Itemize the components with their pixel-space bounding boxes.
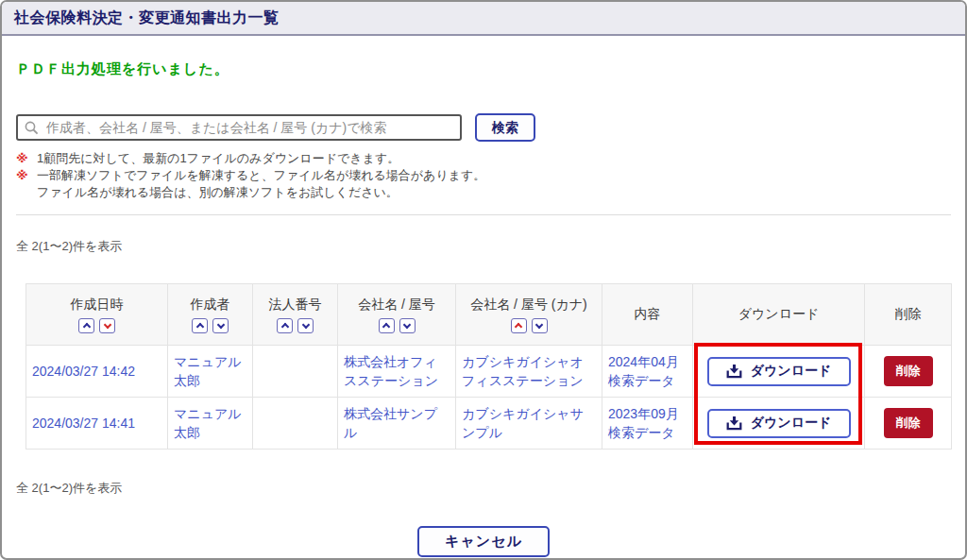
sort-asc-button[interactable] [78,318,94,333]
table-header-row: 作成日時 作成者 法人番号 [26,284,952,346]
window-frame: 社会保険料決定・変更通知書出力一覧 ＰＤＦ出力処理を行いました。 検索 ※ 1顧… [0,0,967,560]
created-at-cell: 2024/03/27 14:42 [26,346,168,398]
footer-actions: キャンセル [16,526,951,557]
note-marker: ※ [16,150,37,167]
column-header-creator: 作成者 [168,284,253,346]
search-button[interactable]: 検索 [475,113,535,142]
chevron-down-icon [103,320,110,328]
chevron-up-icon [382,323,390,331]
table-row: 2024/03/27 14:41 マニュアル太郎 株式会社サンプル カブシキガイ… [26,398,952,450]
chevron-up-icon [280,323,288,331]
column-header-delete: 削除 [865,284,952,346]
company-kana-cell: カブシキガイシャオフィスステーション [456,346,602,398]
company-kana-cell: カブシキガイシャサンプル [456,398,602,450]
column-header-content: 内容 [602,284,693,346]
company-name-cell: 株式会社オフィスステーション [338,346,456,398]
content-cell: 2023年09月検索データ [602,398,693,450]
corporate-number-cell [253,398,338,450]
note-marker [16,184,37,201]
download-cell: ダウンロード [693,346,865,398]
search-box [16,114,462,141]
result-count-top: 全 2(1〜2)件を表示 [16,238,951,253]
sort-desc-button[interactable] [399,318,416,333]
sort-desc-button[interactable] [297,318,314,333]
section-divider [16,214,951,215]
sort-asc-button[interactable] [192,318,208,333]
column-header-company-kana: 会社名 / 屋号 (カナ) [456,284,602,346]
column-header-download: ダウンロード [693,284,865,346]
note-text: 1顧問先に対して、最新の1ファイルのみダウンロードできます。 [37,150,399,167]
download-cell: ダウンロード [693,398,865,450]
creator-cell: マニュアル太郎 [168,346,253,398]
created-at-cell: 2024/03/27 14:41 [26,398,168,450]
chevron-down-icon [301,320,309,328]
results-table-wrap: 作成日時 作成者 法人番号 [25,283,942,450]
note-line: ※ 1顧問先に対して、最新の1ファイルのみダウンロードできます。 [16,150,951,167]
table-row: 2024/03/27 14:42 マニュアル太郎 株式会社オフィスステーション … [26,346,952,398]
search-row: 検索 [16,113,951,142]
download-button[interactable]: ダウンロード [707,409,851,438]
company-name-cell: 株式会社サンプル [338,398,456,450]
chevron-down-icon [216,320,224,328]
delete-button[interactable]: 削除 [884,408,933,438]
note-text: 一部解凍ソフトでファイルを解凍すると、ファイル名が壊れる場合があります。 [37,167,485,184]
search-input[interactable] [16,114,462,141]
success-message: ＰＤＦ出力処理を行いました。 [16,60,951,77]
corporate-number-cell [253,346,338,398]
notes: ※ 1顧問先に対して、最新の1ファイルのみダウンロードできます。 ※ 一部解凍ソ… [16,150,951,201]
delete-cell: 削除 [865,398,952,450]
page-title: 社会保険料決定・変更通知書出力一覧 [14,8,280,28]
search-icon [24,120,40,136]
delete-cell: 削除 [865,346,952,398]
column-header-created-at: 作成日時 [26,284,168,346]
sort-desc-button[interactable] [532,318,548,333]
content-cell: 2024年04月検索データ [602,346,693,398]
sort-asc-button[interactable] [277,318,293,333]
chevron-up-icon [195,323,203,331]
chevron-up-icon [82,323,90,331]
sort-asc-button[interactable] [511,318,527,333]
result-count-bottom: 全 2(1〜2)件を表示 [16,480,951,495]
column-header-corporate-number: 法人番号 [253,284,338,346]
download-icon [726,364,742,380]
download-button[interactable]: ダウンロード [707,357,851,386]
sort-desc-button[interactable] [212,318,229,333]
chevron-down-icon [535,320,543,328]
download-icon [726,416,742,432]
column-header-company-name: 会社名 / 屋号 [338,284,456,346]
note-line: ファイル名が壊れる場合は、別の解凍ソフトをお試しください。 [16,184,951,201]
page-content: ＰＤＦ出力処理を行いました。 検索 ※ 1顧問先に対して、最新の1ファイルのみダ… [2,60,965,557]
sort-desc-button[interactable] [99,318,115,333]
title-bar: 社会保険料決定・変更通知書出力一覧 [2,2,965,36]
note-text: ファイル名が壊れる場合は、別の解凍ソフトをお試しください。 [37,184,399,201]
creator-cell: マニュアル太郎 [168,398,253,450]
note-marker: ※ [16,167,37,184]
chevron-up-icon [515,323,522,331]
chevron-down-icon [403,320,411,328]
note-line: ※ 一部解凍ソフトでファイルを解凍すると、ファイル名が壊れる場合があります。 [16,167,951,184]
sort-asc-button[interactable] [379,318,395,333]
cancel-button[interactable]: キャンセル [417,526,550,557]
results-table: 作成日時 作成者 法人番号 [25,283,952,450]
delete-button[interactable]: 削除 [884,356,933,386]
